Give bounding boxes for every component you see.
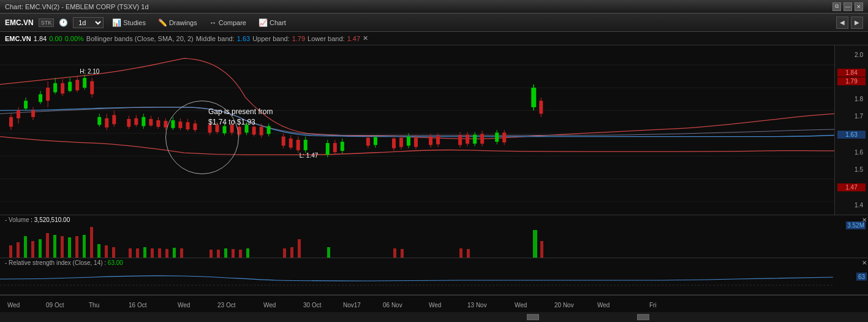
time-label-23oct: 23 Oct (217, 302, 235, 309)
svg-rect-16 (39, 94, 42, 102)
svg-rect-128 (46, 233, 49, 258)
volume-panel: - Volume : 3,520,510.00 ✕ 3.52M (0, 215, 868, 258)
price-label-2: 2.0 (837, 52, 866, 58)
rsi-panel: - Relative strength index (Close, 14) : … (0, 258, 868, 295)
chart-button[interactable]: 📈 Chart (255, 17, 290, 29)
svg-rect-157 (401, 249, 404, 258)
svg-rect-58 (208, 125, 211, 133)
svg-rect-74 (267, 126, 271, 134)
price-label-1-8: 1.8 (837, 96, 866, 102)
interval-select[interactable]: 1d 1w 1m (73, 17, 104, 28)
svg-rect-32 (97, 117, 101, 125)
svg-rect-22 (61, 83, 64, 94)
svg-rect-92 (399, 138, 403, 147)
toolbar-right-arrow[interactable]: ▶ (851, 17, 863, 29)
svg-rect-68 (245, 125, 249, 133)
info-lo-label: Lower band: (308, 35, 345, 42)
drawings-icon: ✏️ (158, 18, 167, 27)
ticker-label: EMC.VN (5, 18, 34, 27)
studies-icon: 📊 (112, 18, 121, 27)
svg-rect-20 (53, 83, 57, 93)
svg-rect-64 (230, 125, 234, 133)
compare-button[interactable]: ↔ Compare (206, 17, 250, 29)
price-label-1-79: 1.79 (837, 77, 866, 85)
time-label-20nov: 20 Nov (554, 302, 574, 309)
svg-rect-116 (436, 136, 440, 145)
svg-rect-112 (374, 137, 377, 145)
price-label-1-4: 1.4 (837, 202, 866, 209)
info-mid-val: 1.63 (237, 35, 250, 42)
svg-rect-108 (539, 101, 543, 113)
svg-rect-44 (149, 119, 153, 126)
time-axis: Wed 09 Oct Thu 16 Oct Wed 23 Oct Wed 30 … (0, 295, 868, 312)
time-label-30oct: 30 Oct (303, 302, 321, 309)
svg-rect-150 (239, 250, 242, 258)
scrollbar-area[interactable] (0, 312, 868, 322)
svg-rect-130 (61, 236, 64, 258)
title-text: Chart: EMC.VN(2) - EMBLEM CORP (TSXV) 1d (5, 3, 149, 10)
studies-button[interactable]: 📊 Studies (108, 17, 149, 29)
info-change: 0.00 (49, 35, 62, 42)
toolbar-left-arrow[interactable]: ◀ (836, 17, 848, 29)
svg-rect-145 (180, 248, 183, 258)
svg-rect-14 (31, 110, 35, 117)
info-close-btn[interactable]: ✕ (363, 34, 368, 42)
svg-rect-46 (156, 120, 160, 127)
svg-rect-127 (39, 239, 42, 258)
minimize-button[interactable]: — (843, 2, 852, 11)
price-label-1-7: 1.7 (837, 113, 866, 120)
svg-rect-146 (209, 250, 213, 258)
svg-rect-26 (75, 80, 79, 90)
info-bar: EMC.VN 1.84 0.00 0.00% Bollinger bands (… (0, 32, 868, 45)
clock-icon: 🕐 (59, 18, 68, 27)
close-button[interactable]: ✕ (855, 2, 863, 11)
svg-rect-104 (480, 134, 484, 144)
svg-rect-126 (31, 241, 34, 258)
svg-rect-158 (459, 248, 462, 258)
svg-rect-160 (533, 230, 537, 258)
time-label-fri: Fri (649, 302, 657, 309)
time-label-16oct: 16 Oct (129, 302, 146, 309)
restore-button[interactable]: ⧉ (832, 2, 841, 11)
title-bar-controls: ⧉ — ✕ (832, 2, 863, 11)
scroll-handle-left[interactable] (527, 314, 539, 320)
svg-rect-88 (341, 142, 344, 151)
chart-container: H: 2.10 L: 1.47 Gap is present from $1.7… (0, 45, 868, 322)
rsi-close-button[interactable]: ✕ (862, 259, 867, 266)
svg-text:L: 1.47: L: 1.47 (300, 151, 319, 158)
svg-rect-36 (112, 115, 116, 125)
info-up-label: Upper band: (252, 35, 290, 42)
svg-rect-153 (290, 247, 293, 258)
drawings-button[interactable]: ✏️ Drawings (154, 17, 201, 29)
volume-svg (0, 224, 834, 258)
time-label-wed6: Wed (597, 302, 609, 309)
svg-text:H: 2.10: H: 2.10 (80, 67, 99, 74)
svg-rect-100 (466, 134, 469, 144)
svg-rect-72 (260, 127, 263, 136)
svg-rect-94 (407, 137, 410, 146)
svg-rect-159 (467, 249, 470, 258)
svg-rect-50 (171, 120, 175, 128)
svg-rect-34 (105, 118, 108, 128)
time-label-wed4: Wed (429, 302, 441, 309)
svg-rect-151 (246, 248, 249, 258)
svg-rect-120 (502, 132, 506, 142)
price-axis: 2.0 1.84 1.79 1.8 1.7 1.63 1.6 1.5 1.47 … (834, 45, 868, 215)
svg-rect-139 (136, 248, 139, 258)
price-label-1-47: 1.47 (837, 183, 866, 191)
svg-rect-80 (296, 140, 300, 150)
svg-rect-90 (392, 139, 396, 148)
svg-rect-102 (473, 134, 477, 144)
rsi-label: - Relative strength index (Close, 14) : … (5, 259, 123, 266)
svg-rect-114 (429, 137, 432, 145)
info-price: 1.84 (34, 35, 47, 42)
main-chart-svg: H: 2.10 L: 1.47 (0, 45, 834, 215)
svg-rect-141 (151, 248, 154, 258)
svg-rect-133 (83, 235, 86, 258)
svg-rect-144 (173, 248, 176, 258)
scroll-handle-right[interactable] (637, 314, 649, 320)
svg-rect-54 (186, 122, 189, 129)
info-ticker: EMC.VN (5, 35, 31, 42)
info-mid-label: Middle band: (196, 35, 235, 42)
main-chart[interactable]: H: 2.10 L: 1.47 Gap is present from $1.7… (0, 45, 868, 215)
